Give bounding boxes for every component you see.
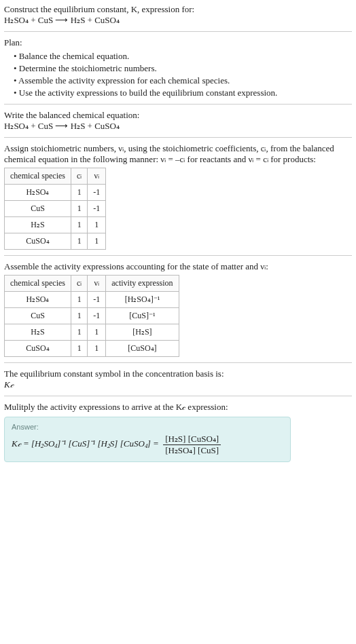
col-activity: activity expression xyxy=(106,276,179,292)
cell-ci: 1 xyxy=(71,341,87,357)
plan-heading: Plan: xyxy=(4,37,352,48)
divider xyxy=(4,362,352,363)
intro-equation: H₂SO₄ + CuS ⟶ H₂S + CuSO₄ xyxy=(4,15,352,26)
cell-ci: 1 xyxy=(71,308,87,324)
ksym-text: The equilibrium constant symbol in the c… xyxy=(4,368,352,379)
balanced-text: Write the balanced chemical equation: xyxy=(4,110,352,121)
cell-species: H₂SO₄ xyxy=(5,292,71,308)
cell-species: CuSO₄ xyxy=(5,233,71,250)
divider xyxy=(4,31,352,32)
ksym-block: The equilibrium constant symbol in the c… xyxy=(4,368,352,390)
col-ci: cᵢ xyxy=(71,276,87,292)
table-row: H₂SO₄1-1 xyxy=(5,185,106,201)
cell-ci: 1 xyxy=(71,292,87,308)
cell-species: H₂S xyxy=(5,217,71,233)
answer-box: Answer: K𝒸 = [H₂SO₄]⁻¹ [CuS]⁻¹ [H₂S] [Cu… xyxy=(4,417,291,462)
ksym-symbol: K𝒸 xyxy=(4,379,352,390)
stoich-block: Assign stoichiometric numbers, νᵢ, using… xyxy=(4,143,352,250)
table-row: CuSO₄11 xyxy=(5,233,106,250)
cell-ci: 1 xyxy=(71,201,87,217)
cell-vi: 1 xyxy=(88,217,106,233)
plan-list: Balance the chemical equation. Determine… xyxy=(14,51,352,98)
cell-activity: [CuS]⁻¹ xyxy=(106,308,179,324)
col-ci: cᵢ xyxy=(71,168,87,185)
cell-activity: [H₂SO₄]⁻¹ xyxy=(106,292,179,308)
divider xyxy=(4,137,352,138)
answer-label: Answer: xyxy=(12,423,283,431)
intro-block: Construct the equilibrium constant, K, e… xyxy=(4,4,352,26)
cell-species: CuSO₄ xyxy=(5,341,71,357)
cell-activity: [H₂S] xyxy=(106,324,179,341)
table-header-row: chemical species cᵢ νᵢ activity expressi… xyxy=(5,276,179,292)
cell-vi: -1 xyxy=(88,201,106,217)
table-row: H₂S11 xyxy=(5,217,106,233)
cell-ci: 1 xyxy=(71,233,87,250)
activity-text: Assemble the activity expressions accoun… xyxy=(4,261,352,272)
table-row: CuS1-1 xyxy=(5,201,106,217)
cell-vi: -1 xyxy=(88,292,106,308)
plan-item: Use the activity expressions to build th… xyxy=(14,88,352,98)
table-row: CuSO₄11[CuSO₄] xyxy=(5,341,179,357)
cell-ci: 1 xyxy=(71,217,87,233)
mult-text: Mulitply the activity expressions to arr… xyxy=(4,402,352,413)
cell-vi: 1 xyxy=(88,233,106,250)
cell-species: H₂S xyxy=(5,324,71,341)
plan-item: Assemble the activity expression for eac… xyxy=(14,75,352,86)
table-header-row: chemical species cᵢ νᵢ xyxy=(5,168,106,185)
balanced-block: Write the balanced chemical equation: H₂… xyxy=(4,110,352,132)
plan-item: Determine the stoichiometric numbers. xyxy=(14,63,352,74)
answer-expression: K𝒸 = [H₂SO₄]⁻¹ [CuS]⁻¹ [H₂S] [CuSO₄] = [… xyxy=(12,434,283,456)
cell-ci: 1 xyxy=(71,185,87,201)
cell-vi: 1 xyxy=(88,341,106,357)
cell-vi: -1 xyxy=(88,185,106,201)
cell-vi: -1 xyxy=(88,308,106,324)
plan-block: Plan: Balance the chemical equation. Det… xyxy=(4,37,352,98)
table-row: H₂S11[H₂S] xyxy=(5,324,179,341)
stoich-table: chemical species cᵢ νᵢ H₂SO₄1-1 CuS1-1 H… xyxy=(4,168,106,250)
col-vi: νᵢ xyxy=(88,168,106,185)
cell-vi: 1 xyxy=(88,324,106,341)
mult-block: Mulitply the activity expressions to arr… xyxy=(4,402,352,462)
answer-fraction: [H₂S] [CuSO₄][H₂SO₄] [CuS] xyxy=(163,434,221,456)
activity-block: Assemble the activity expressions accoun… xyxy=(4,261,352,357)
cell-activity: [CuSO₄] xyxy=(106,341,179,357)
cell-species: H₂SO₄ xyxy=(5,185,71,201)
table-row: CuS1-1[CuS]⁻¹ xyxy=(5,308,179,324)
divider xyxy=(4,396,352,396)
divider xyxy=(4,255,352,256)
page-root: Construct the equilibrium constant, K, e… xyxy=(0,0,356,473)
plan-item: Balance the chemical equation. xyxy=(14,51,352,62)
stoich-text: Assign stoichiometric numbers, νᵢ, using… xyxy=(4,143,352,165)
col-species: chemical species xyxy=(5,276,71,292)
divider xyxy=(4,104,352,105)
activity-table: chemical species cᵢ νᵢ activity expressi… xyxy=(4,275,179,357)
answer-lhs: K𝒸 = [H₂SO₄]⁻¹ [CuS]⁻¹ [H₂S] [CuSO₄] = xyxy=(12,438,161,449)
intro-text: Construct the equilibrium constant, K, e… xyxy=(4,4,352,15)
cell-species: CuS xyxy=(5,201,71,217)
fraction-denominator: [H₂SO₄] [CuS] xyxy=(163,445,221,456)
fraction-numerator: [H₂S] [CuSO₄] xyxy=(163,434,221,445)
col-species: chemical species xyxy=(5,168,71,185)
table-row: H₂SO₄1-1[H₂SO₄]⁻¹ xyxy=(5,292,179,308)
balanced-equation: H₂SO₄ + CuS ⟶ H₂S + CuSO₄ xyxy=(4,121,352,132)
cell-species: CuS xyxy=(5,308,71,324)
col-vi: νᵢ xyxy=(88,276,106,292)
cell-ci: 1 xyxy=(71,324,87,341)
